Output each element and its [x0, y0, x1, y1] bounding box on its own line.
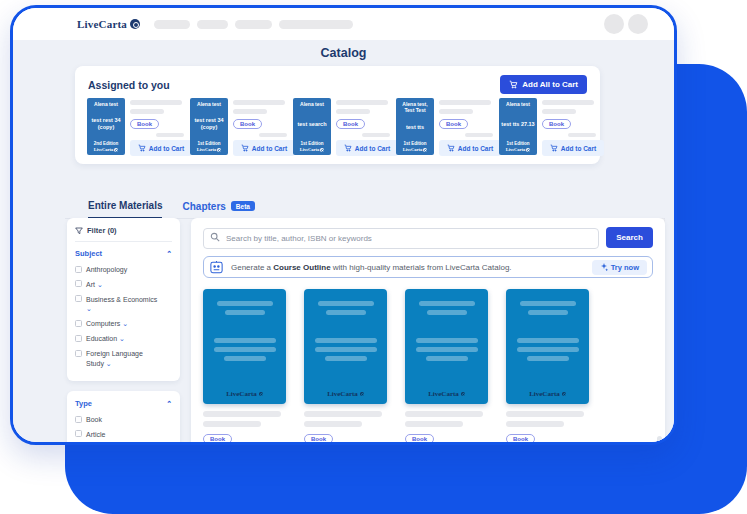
checkbox-label: Article [86, 430, 105, 439]
search-row: Search [203, 227, 653, 249]
checkbox[interactable] [75, 416, 82, 423]
cover-text-placeholder [517, 338, 579, 343]
checkbox-label: Book [86, 415, 102, 424]
add-all-to-cart-button[interactable]: Add All to Cart [500, 75, 587, 94]
chevron-down-icon[interactable]: ⌄ [97, 281, 103, 288]
search-button[interactable]: Search [606, 227, 653, 248]
book-edition: 1st Edition [300, 141, 323, 146]
checkbox-label: Art ⌄ [86, 280, 103, 289]
add-to-cart-button[interactable]: Add to Cart [439, 140, 501, 156]
tab-label: Entire Materials [88, 200, 162, 211]
book-cover[interactable]: Alena test test tts 27.13 1st Edition Li… [499, 98, 537, 155]
checkbox-label: Business & Economics ⌄ [86, 295, 162, 314]
text-placeholder [130, 100, 182, 105]
add-to-cart-button[interactable]: Add to Cart [233, 140, 295, 156]
assigned-title: Assigned to you [88, 79, 170, 91]
book-edition: 1st Edition [403, 141, 426, 146]
book-brand: LiveCarta [197, 147, 222, 152]
cart-icon [550, 144, 558, 152]
lower-area: Filter (0) Subject ⌃ Anthropology ⌄ [67, 218, 665, 445]
checkbox[interactable] [75, 280, 82, 287]
tab-chapters[interactable]: Chapters Beta [182, 200, 254, 218]
tab-entire-materials[interactable]: Entire Materials [88, 200, 162, 219]
checkbox[interactable] [75, 350, 82, 357]
banner-text: Generate a Course Outline with high-qual… [231, 263, 512, 272]
book-cover[interactable]: Alena test test search 1st Edition LiveC… [293, 98, 331, 155]
chevron-down-icon[interactable]: ⌄ [86, 305, 92, 312]
catalog-panel: Search Generate a Course Outline with hi… [191, 218, 665, 445]
add-to-cart-button[interactable]: Add to Cart [130, 140, 192, 156]
titlebar: LiveCarta [13, 8, 674, 40]
assigned-item: Alena test test rest 34 (copy) 1st Editi… [190, 98, 287, 156]
page-title: Catalog [13, 40, 674, 60]
catalog-card: LiveCarta Book [506, 289, 589, 445]
checkbox-label: Foreign Language Study ⌄ [86, 349, 162, 368]
book-cover[interactable]: Alena test test rest 34 (copy) 2nd Editi… [87, 98, 125, 155]
brand-badge-icon [360, 392, 364, 396]
type-checkbox-row[interactable]: Book [75, 415, 172, 424]
cover-text-placeholder [315, 338, 377, 343]
subject-checkbox-row[interactable]: Business & Economics ⌄ [75, 295, 162, 314]
chevron-down-icon[interactable]: ⌄ [122, 320, 128, 327]
book-cover[interactable]: LiveCarta [203, 289, 286, 404]
filter-header[interactable]: Filter (0) [75, 226, 172, 242]
course-outline-banner: Generate a Course Outline with high-qual… [203, 256, 653, 278]
checkbox[interactable] [75, 320, 82, 327]
text-placeholder [465, 133, 493, 137]
add-to-cart-button[interactable]: Add to Cart [542, 140, 604, 156]
try-now-button[interactable]: Try now [592, 260, 647, 275]
checkbox[interactable] [75, 266, 82, 273]
subject-checkbox-row[interactable]: Foreign Language Study ⌄ [75, 349, 162, 368]
book-cover[interactable]: LiveCarta [405, 289, 488, 404]
text-placeholder [259, 133, 287, 137]
cover-text-placeholder [225, 310, 265, 315]
book-cover[interactable]: LiveCarta [506, 289, 589, 404]
book-cover[interactable]: Alena test, Test Test test tts 1st Editi… [396, 98, 434, 155]
avatar[interactable] [628, 14, 648, 34]
chevron-down-icon[interactable]: ⌄ [119, 335, 125, 342]
search-icon [210, 232, 220, 242]
text-placeholder [568, 133, 596, 137]
nav-item-placeholder[interactable] [154, 20, 190, 29]
text-placeholder [336, 109, 370, 114]
cover-text-placeholder [426, 356, 468, 361]
subject-checkbox-row[interactable]: Art ⌄ [75, 280, 162, 289]
cover-text-placeholder [528, 310, 568, 315]
book-author: Alena test, Test Test [398, 101, 432, 113]
subject-checkbox-row[interactable]: Computers ⌄ [75, 319, 162, 328]
checkbox-label: Anthropology ⌄ [86, 265, 127, 274]
checkbox[interactable] [75, 335, 82, 342]
subject-checkbox-row[interactable]: Anthropology ⌄ [75, 265, 162, 274]
brand-badge-icon [526, 148, 530, 152]
add-to-cart-button[interactable]: Add to Cart [336, 140, 398, 156]
cover-text-placeholder [520, 301, 576, 306]
subject-checkbox-row[interactable]: Education ⌄ [75, 334, 162, 343]
type-section-header[interactable]: Type ⌃ [75, 399, 172, 408]
nav-item-placeholder[interactable] [279, 20, 353, 29]
logo[interactable]: LiveCarta [77, 18, 140, 30]
cover-text-placeholder [315, 347, 377, 352]
section-title: Subject [75, 249, 102, 258]
chevron-down-icon[interactable]: ⌄ [106, 360, 112, 367]
assigned-items: Alena test test rest 34 (copy) 2nd Editi… [75, 98, 600, 156]
nav-item-placeholder[interactable] [197, 20, 228, 29]
type-list: Book Article Bundle [75, 415, 172, 445]
cover-text-placeholder [517, 347, 579, 352]
avatar[interactable] [604, 14, 624, 34]
type-checkbox-row[interactable]: Article [75, 430, 172, 439]
book-cover[interactable]: LiveCarta [304, 289, 387, 404]
text-placeholder [203, 421, 261, 427]
text-placeholder [130, 109, 164, 114]
catalog-card: LiveCarta Book [304, 289, 387, 445]
brand-badge-icon [461, 392, 465, 396]
checkbox[interactable] [75, 430, 82, 437]
book-brand: LiveCarta [506, 147, 531, 152]
search-input[interactable] [203, 228, 599, 249]
subject-section-header[interactable]: Subject ⌃ [75, 249, 172, 258]
nav-item-placeholder[interactable] [235, 20, 272, 29]
filter-label: Filter (0) [87, 226, 117, 235]
book-brand: LiveCarta [403, 147, 428, 152]
checkbox[interactable] [75, 295, 82, 302]
book-cover[interactable]: Alena test test rest 34 (copy) 1st Editi… [190, 98, 228, 155]
search-box [203, 227, 599, 249]
